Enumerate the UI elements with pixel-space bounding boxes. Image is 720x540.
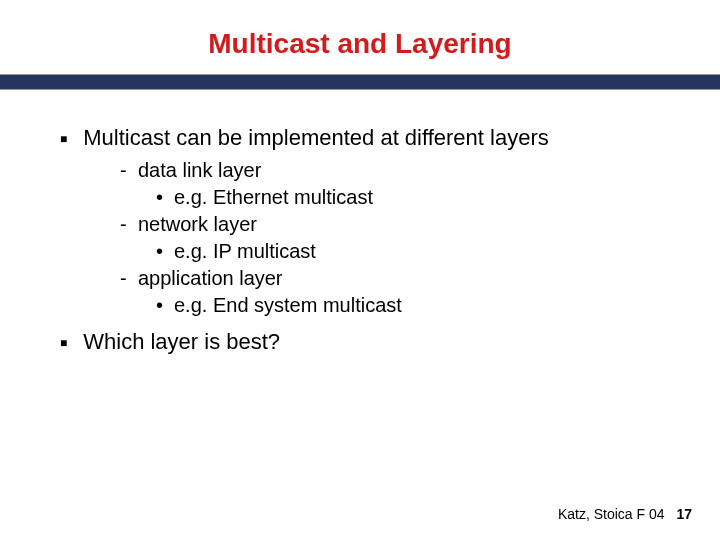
bullet-point-2-text: Which layer is best? [83,328,280,356]
slide: Multicast and Layering ■ Multicast can b… [0,0,720,540]
layer-2-name: network layer [138,212,257,237]
layer-1-example: • e.g. Ethernet multicast [120,185,670,210]
layer-2-example-text: e.g. IP multicast [174,239,316,264]
dot-icon: • [156,239,174,264]
title-divider [0,74,720,90]
slide-title: Multicast and Layering [0,0,720,74]
bullet-point-2: ■ Which layer is best? [60,328,670,356]
layer-1-example-text: e.g. Ethernet multicast [174,185,373,210]
dash-icon: - [120,266,138,291]
dot-icon: • [156,185,174,210]
slide-footer: Katz, Stoica F 04 17 [558,506,692,522]
layer-1-name: data link layer [138,158,261,183]
footer-credit: Katz, Stoica F 04 [558,506,665,522]
layer-3-name: application layer [138,266,283,291]
bullet-point-1-text: Multicast can be implemented at differen… [83,124,549,152]
layer-3-example: • e.g. End system multicast [120,293,670,318]
slide-content: ■ Multicast can be implemented at differ… [0,90,720,355]
layer-1: - data link layer [120,158,670,183]
layer-2: - network layer [120,212,670,237]
dash-icon: - [120,158,138,183]
layer-3: - application layer [120,266,670,291]
square-bullet-icon: ■ [60,132,67,147]
layer-2-example: • e.g. IP multicast [120,239,670,264]
bullet-point-1: ■ Multicast can be implemented at differ… [60,124,670,152]
bullet-point-1-sub: - data link layer • e.g. Ethernet multic… [60,158,670,318]
dash-icon: - [120,212,138,237]
dot-icon: • [156,293,174,318]
square-bullet-icon: ■ [60,336,67,351]
page-number: 17 [676,506,692,522]
layer-3-example-text: e.g. End system multicast [174,293,402,318]
